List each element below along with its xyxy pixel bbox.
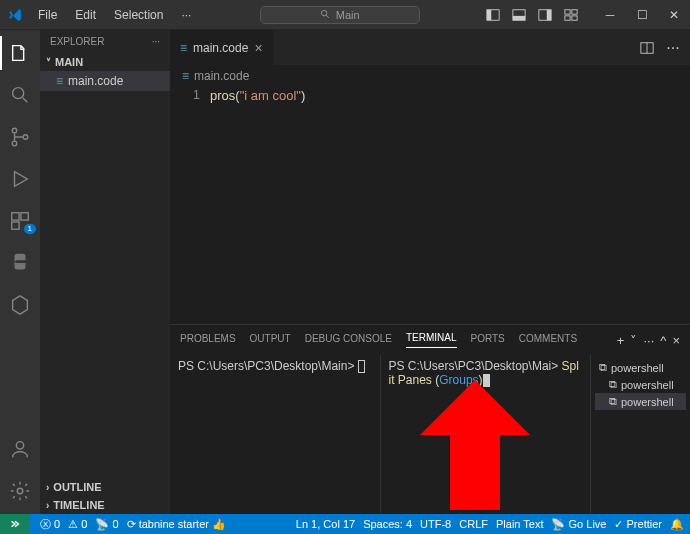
menu-more[interactable]: ··· [173,4,199,26]
panel-more-icon[interactable]: ··· [643,333,654,348]
svg-rect-17 [12,213,19,220]
activity-python-icon[interactable] [0,246,40,280]
status-language[interactable]: Plain Text [496,518,544,530]
tree-item-main-code[interactable]: ≡ main.code [40,71,170,91]
command-center-search[interactable]: Main [260,6,420,24]
status-go-live[interactable]: 📡 Go Live [551,518,606,531]
window-maximize-icon[interactable]: ☐ [626,0,658,30]
cursor-icon [358,360,365,373]
status-line-col[interactable]: Ln 1, Col 17 [296,518,355,530]
tab-label: main.code [193,41,248,55]
activity-extensions-icon[interactable]: 1 [0,204,40,238]
status-tabnine-label: tabnine starter [139,518,209,530]
file-icon: ≡ [182,69,189,83]
status-bell-icon[interactable]: 🔔 [670,518,684,531]
svg-point-20 [16,442,23,449]
panel-tab-output[interactable]: OUTPUT [250,333,291,348]
explorer-more-icon[interactable]: ··· [152,36,160,47]
code-paren[interactable]: ) [301,87,305,105]
status-errors-count: 0 [54,518,60,530]
terminal-list-label: powershell [611,362,664,374]
explorer-title: EXPLORER [50,36,104,47]
svg-rect-19 [12,222,19,229]
terminal-list-item[interactable]: ⧉powershell [595,359,686,376]
extensions-badge: 1 [24,224,36,234]
timeline-label: TIMELINE [53,499,104,511]
panel-tab-comments[interactable]: COMMENTS [519,333,577,348]
editor-tab-main-code[interactable]: ≡ main.code × [170,30,273,65]
terminal-list-item[interactable]: ⧉powershell [595,376,686,393]
editor-more-icon[interactable]: ··· [662,37,684,59]
chevron-right-icon [46,500,49,511]
powershell-icon: ⧉ [609,395,617,408]
split-editor-icon[interactable] [636,37,658,59]
toggle-panel-icon[interactable] [506,0,532,30]
svg-point-0 [321,10,327,16]
svg-rect-11 [572,15,577,19]
powershell-icon: ⧉ [599,361,607,374]
file-icon: ≡ [56,74,63,88]
svg-line-1 [326,15,329,18]
remote-button[interactable] [0,514,30,534]
status-errors[interactable]: ⓧ 0 [40,517,60,532]
explorer-project-section[interactable]: MAIN [40,53,170,71]
cursor-icon [483,374,490,387]
vscode-icon[interactable] [0,0,30,30]
window-close-icon[interactable]: ✕ [658,0,690,30]
customize-layout-icon[interactable] [558,0,584,30]
code-function-call[interactable]: pros [210,87,235,105]
tree-item-label: main.code [68,74,123,88]
activity-search-icon[interactable] [0,78,40,112]
chevron-down-icon [46,57,51,68]
terminal-dropdown-icon[interactable]: ˅ [630,333,637,348]
status-ports[interactable]: 📡 0 [95,518,118,531]
terminal-list-item[interactable]: ⧉powershell [595,393,686,410]
panel-tab-terminal[interactable]: TERMINAL [406,332,457,348]
status-eol[interactable]: CRLF [459,518,488,530]
status-spaces[interactable]: Spaces: 4 [363,518,412,530]
toggle-secondary-icon[interactable] [532,0,558,30]
svg-rect-7 [547,9,551,20]
activity-extra-icon[interactable] [0,288,40,322]
status-warnings-count: 0 [81,518,87,530]
panel-close-icon[interactable]: × [672,333,680,348]
new-terminal-icon[interactable]: + [617,333,625,348]
activity-debug-icon[interactable] [0,162,40,196]
status-encoding[interactable]: UTF-8 [420,518,451,530]
panel-tab-problems[interactable]: PROBLEMS [180,333,236,348]
status-tabnine[interactable]: ⟳ tabnine starter 👍 [127,518,226,531]
panel-maximize-icon[interactable]: ^ [660,333,666,348]
outline-label: OUTLINE [53,481,101,493]
status-ports-count: 0 [112,518,118,530]
svg-point-21 [17,488,23,494]
terminal-pane-2[interactable]: PS C:\Users\PC3\Desktop\Mai> Spl it Pane… [380,355,591,514]
svg-rect-5 [513,15,525,19]
activity-source-control-icon[interactable] [0,120,40,154]
svg-line-13 [23,98,28,103]
window-minimize-icon[interactable]: ─ [594,0,626,30]
terminal-list-label: powershell [621,396,674,408]
svg-rect-18 [21,213,28,220]
menu-edit[interactable]: Edit [67,4,104,26]
panel-tab-ports[interactable]: PORTS [471,333,505,348]
svg-rect-9 [572,9,577,13]
activity-account-icon[interactable] [0,432,40,466]
panel-tab-debug[interactable]: DEBUG CONSOLE [305,333,392,348]
menu-selection[interactable]: Selection [106,4,171,26]
breadcrumb-file[interactable]: main.code [194,69,249,83]
tab-close-icon[interactable]: × [254,40,262,56]
terminal-pane-1[interactable]: PS C:\Users\PC3\Desktop\Main> [170,355,380,514]
code-string[interactable]: "i am cool" [240,87,301,105]
svg-point-15 [12,141,17,146]
timeline-section[interactable]: TIMELINE [40,496,170,514]
project-name: MAIN [55,56,83,68]
terminal-prompt: PS C:\Users\PC3\Desktop\Main> [178,359,358,373]
toggle-sidebar-icon[interactable] [480,0,506,30]
outline-section[interactable]: OUTLINE [40,478,170,496]
menu-file[interactable]: File [30,4,65,26]
activity-explorer-icon[interactable] [0,36,40,70]
status-prettier-label: Prettier [627,518,662,530]
status-warnings[interactable]: ⚠ 0 [68,518,87,531]
activity-settings-icon[interactable] [0,474,40,508]
status-prettier[interactable]: ✓ Prettier [614,518,662,531]
